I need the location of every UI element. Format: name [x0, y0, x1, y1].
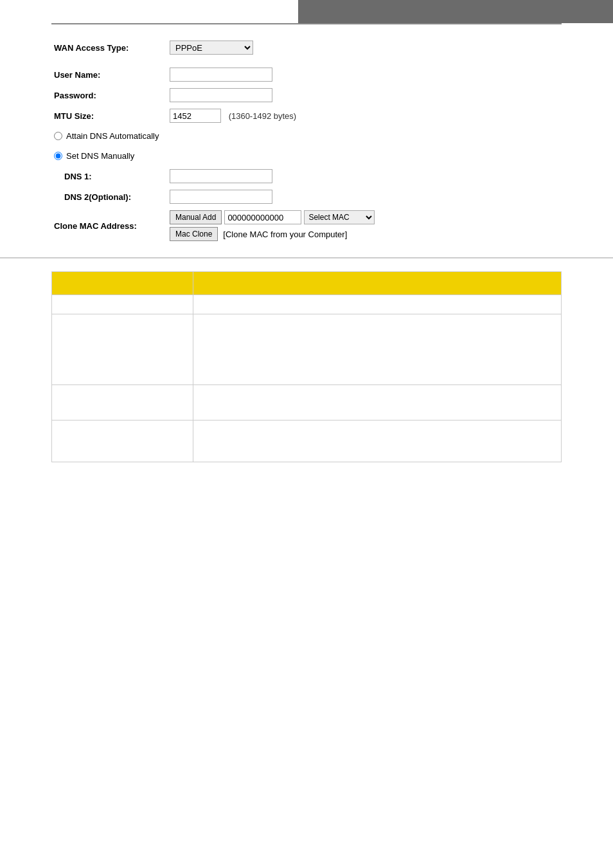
username-cell [167, 64, 562, 85]
form-section: WAN Access Type: PPPoE DHCP Static IP Us… [0, 24, 613, 258]
password-input[interactable] [170, 88, 272, 102]
clone-mac-label: Clone MAC Address: [51, 207, 167, 244]
table-cell-1-1 [52, 295, 193, 314]
clone-mac-controls: Manual Add Select MAC Mac Clone [Clone M… [170, 210, 559, 241]
table-cell-3-1 [52, 385, 193, 420]
table-cell-4-2 [193, 420, 562, 462]
mac-address-input[interactable] [224, 210, 301, 224]
attain-dns-label: Attain DNS Automatically [66, 131, 159, 141]
username-row: User Name: [51, 64, 562, 85]
wan-access-type-row: WAN Access Type: PPPoE DHCP Static IP [51, 37, 562, 58]
wan-access-type-label: WAN Access Type: [51, 37, 167, 58]
table-row [52, 314, 562, 385]
dns2-cell [167, 186, 562, 207]
attain-dns-radio-row: Attain DNS Automatically [54, 129, 559, 143]
manual-add-button[interactable]: Manual Add [170, 210, 222, 224]
dns2-row: DNS 2(Optional): [51, 186, 562, 207]
info-section [51, 271, 562, 462]
dns1-cell [167, 166, 562, 186]
mtu-row: MTU Size: (1360-1492 bytes) [51, 105, 562, 126]
dns1-row: DNS 1: [51, 166, 562, 186]
wan-access-type-cell: PPPoE DHCP Static IP [167, 37, 562, 58]
table-cell-4-1 [52, 420, 193, 462]
table-header-col2 [193, 272, 562, 295]
mac-clone-button[interactable]: Mac Clone [170, 227, 218, 241]
attain-dns-radio[interactable] [54, 132, 62, 140]
table-header-col1 [52, 272, 193, 295]
dns1-input[interactable] [170, 169, 272, 183]
clone-mac-row: Clone MAC Address: Manual Add Select MAC… [51, 207, 562, 244]
table-row [52, 420, 562, 462]
info-table [51, 271, 562, 462]
table-cell-3-2 [193, 385, 562, 420]
mtu-label: MTU Size: [51, 105, 167, 126]
dns1-label: DNS 1: [51, 166, 167, 186]
table-row [52, 295, 562, 314]
set-dns-label: Set DNS Manually [66, 151, 134, 161]
header-bar [298, 0, 613, 23]
attain-dns-row: Attain DNS Automatically [51, 126, 562, 146]
table-cell-2-2 [193, 314, 562, 385]
password-cell [167, 85, 562, 105]
username-input[interactable] [170, 68, 272, 82]
set-dns-radio[interactable] [54, 152, 62, 160]
password-row: Password: [51, 85, 562, 105]
mac-clone-hint: [Clone MAC from your Computer] [223, 230, 347, 239]
set-dns-row: Set DNS Manually [51, 146, 562, 166]
attain-dns-cell: Attain DNS Automatically [51, 126, 562, 146]
select-mac-dropdown[interactable]: Select MAC [304, 210, 375, 224]
spacer-row-1 [51, 58, 562, 64]
table-row [52, 385, 562, 420]
table-cell-2-1 [52, 314, 193, 385]
username-label: User Name: [51, 64, 167, 85]
clone-mac-cell: Manual Add Select MAC Mac Clone [Clone M… [167, 207, 562, 244]
clone-mac-line2: Mac Clone [Clone MAC from your Computer] [170, 227, 559, 241]
mtu-hint: (1360-1492 bytes) [229, 111, 297, 121]
dns2-label: DNS 2(Optional): [51, 186, 167, 207]
table-header-row [52, 272, 562, 295]
clone-mac-line1: Manual Add Select MAC [170, 210, 559, 224]
set-dns-radio-row: Set DNS Manually [54, 149, 559, 163]
mtu-input[interactable] [170, 109, 221, 123]
password-label: Password: [51, 85, 167, 105]
wan-access-type-select[interactable]: PPPoE DHCP Static IP [170, 41, 253, 55]
set-dns-cell: Set DNS Manually [51, 146, 562, 166]
table-cell-1-2 [193, 295, 562, 314]
wan-form: WAN Access Type: PPPoE DHCP Static IP Us… [51, 37, 562, 244]
dns2-input[interactable] [170, 190, 272, 204]
mtu-cell: (1360-1492 bytes) [167, 105, 562, 126]
